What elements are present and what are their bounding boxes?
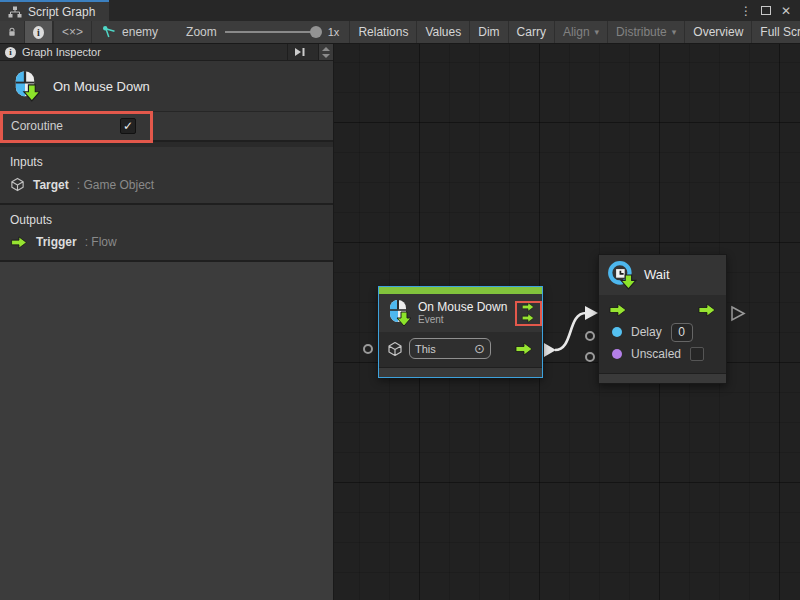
info-icon: i: [5, 47, 16, 58]
kebab-menu-icon[interactable]: ⋮: [738, 3, 754, 19]
mouse-event-icon: [10, 70, 40, 102]
input-port-type: : Game Object: [77, 178, 154, 192]
output-port-triangle[interactable]: [732, 307, 744, 320]
flow-row: [599, 295, 726, 321]
flow-output-port[interactable]: [696, 303, 718, 317]
zoom-slider-handle[interactable]: [310, 26, 322, 38]
clock-wait-icon: [607, 260, 637, 290]
zoom-control: Zoom 1x: [168, 21, 349, 43]
toolbar-buttons: Relations Values Dim Carry Align ▾ Distr…: [349, 21, 800, 43]
object-picker-icon: ⊙: [474, 342, 485, 355]
main-area: i Graph Inspector On Mouse Down Coroutin…: [0, 44, 800, 600]
target-input-port-circle[interactable]: [363, 344, 373, 354]
check-icon: ✓: [123, 119, 133, 133]
unit-title: On Mouse Down: [53, 79, 150, 94]
inspector-header: i Graph Inspector: [0, 44, 333, 61]
unscaled-port-dot[interactable]: [612, 349, 622, 359]
event-accent-bar: [379, 287, 542, 294]
relations-button[interactable]: Relations: [349, 21, 417, 43]
node-title: Wait: [644, 268, 670, 282]
output-port-name: Trigger: [36, 235, 77, 249]
align-dropdown[interactable]: Align ▾: [555, 21, 608, 43]
code-view-button[interactable]: <×>: [53, 21, 92, 43]
zoom-label: Zoom: [186, 25, 217, 39]
cube-icon: [387, 341, 403, 357]
graph-canvas[interactable]: On Mouse Down Event This ⊙: [334, 44, 800, 600]
flow-input-port[interactable]: [607, 303, 629, 317]
coroutine-label: Coroutine: [11, 119, 63, 133]
scroll-spinner[interactable]: [318, 44, 333, 60]
carry-button[interactable]: Carry: [509, 21, 555, 43]
info-icon: i: [33, 26, 44, 39]
lock-button[interactable]: [0, 21, 25, 43]
zoom-slider[interactable]: [225, 31, 320, 33]
delay-port-dot[interactable]: [612, 327, 622, 337]
distribute-label: Distribute: [616, 25, 667, 39]
chevron-down-icon: ▾: [672, 27, 677, 37]
coroutine-row: Coroutine ✓: [0, 111, 333, 142]
align-label: Align: [563, 25, 590, 39]
window-controls: ⋮ ✕: [738, 0, 800, 21]
coroutine-checkbox[interactable]: ✓: [120, 118, 136, 134]
unscaled-input-port-circle[interactable]: [585, 352, 595, 362]
distribute-dropdown[interactable]: Distribute ▾: [608, 21, 685, 43]
mouse-event-icon: [385, 299, 411, 327]
inspector-toggle-button[interactable]: i: [25, 21, 53, 43]
target-field-value: This: [415, 343, 436, 355]
node-on-mouse-down[interactable]: On Mouse Down Event This ⊙: [378, 286, 543, 378]
inputs-title: Inputs: [0, 152, 333, 175]
node-header: Wait: [599, 255, 726, 295]
delay-input-port-circle[interactable]: [585, 331, 595, 341]
unity-script-graph-window: Script Graph ⋮ ✕ i <×> enemy Zoom: [0, 0, 800, 600]
coroutine-badge-icon: [519, 302, 537, 323]
trigger-output-port[interactable]: [514, 342, 534, 356]
input-port-row: Target : Game Object: [0, 175, 333, 194]
node-header: On Mouse Down Event: [379, 294, 542, 332]
dock-icon[interactable]: [287, 44, 312, 60]
inspector-title: Graph Inspector: [22, 46, 281, 58]
flow-arrow-icon: [10, 236, 28, 249]
outputs-title: Outputs: [0, 210, 333, 233]
output-port-row: Trigger : Flow: [0, 233, 333, 251]
graph-icon: [102, 25, 116, 39]
node-subtitle: Event: [418, 314, 507, 326]
maximize-icon[interactable]: [758, 3, 774, 19]
delay-value-field[interactable]: 0: [671, 323, 693, 342]
zoom-value: 1x: [328, 26, 340, 38]
titlebar: Script Graph ⋮ ✕: [0, 0, 800, 21]
node-body: This ⊙: [379, 332, 542, 365]
close-icon[interactable]: ✕: [778, 3, 794, 19]
outputs-section: Outputs Trigger : Flow: [0, 205, 333, 262]
cube-icon: [10, 177, 25, 192]
graph-toolbar: i <×> enemy Zoom 1x Relations Values Dim…: [0, 21, 800, 44]
input-port-name: Target: [33, 178, 69, 192]
code-view-icon: <×>: [62, 25, 83, 39]
graph-reference[interactable]: enemy: [92, 21, 168, 43]
delay-row: Delay 0: [599, 321, 726, 343]
fullscreen-button[interactable]: Full Screen: [752, 21, 800, 43]
node-footer: [379, 367, 542, 377]
delay-label: Delay: [631, 325, 662, 339]
target-object-field[interactable]: This ⊙: [409, 338, 491, 359]
inspected-unit: On Mouse Down: [0, 61, 333, 111]
unscaled-label: Unscaled: [631, 347, 681, 361]
overview-button[interactable]: Overview: [685, 21, 752, 43]
lock-icon: [8, 25, 16, 39]
node-title: On Mouse Down: [418, 300, 507, 314]
inspector-empty-area: [0, 262, 333, 600]
output-port-type: : Flow: [85, 235, 117, 249]
chevron-down-icon: ▾: [595, 27, 600, 37]
tab-script-graph[interactable]: Script Graph: [0, 0, 109, 21]
node-footer: [599, 373, 726, 383]
dim-button[interactable]: Dim: [470, 21, 508, 43]
unscaled-row: Unscaled: [599, 343, 726, 365]
graph-inspector-panel: i Graph Inspector On Mouse Down Coroutin…: [0, 44, 334, 600]
scroll-down-icon: [322, 54, 330, 58]
node-wait[interactable]: Wait Delay 0 Unscaled: [598, 254, 727, 384]
unscaled-checkbox[interactable]: [690, 347, 704, 361]
values-button[interactable]: Values: [417, 21, 470, 43]
graph-name: enemy: [122, 25, 158, 39]
tab-label: Script Graph: [28, 5, 95, 19]
inputs-section: Inputs Target : Game Object: [0, 147, 333, 205]
script-graph-icon: [8, 6, 22, 18]
